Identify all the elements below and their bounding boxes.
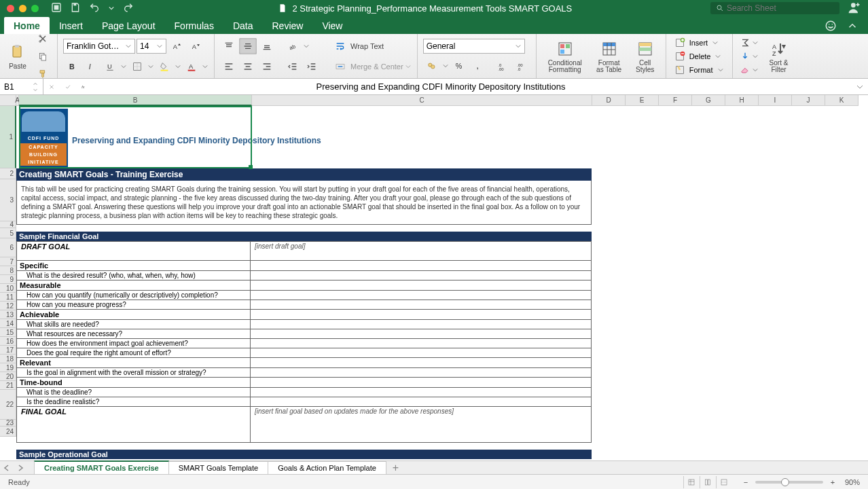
accounting-dropdown[interactable] <box>442 63 449 69</box>
underline-dropdown[interactable] <box>120 64 127 69</box>
insert-cells-button[interactable]: Insert <box>672 36 727 50</box>
comma-format-icon[interactable]: , <box>469 58 487 74</box>
increase-decimal-icon[interactable]: .0.00 <box>494 58 511 74</box>
delete-cells-button[interactable]: Delete <box>672 50 727 63</box>
sheet-tab-3[interactable]: Goals & Action Plan Template <box>268 461 386 474</box>
cancel-formula-icon[interactable] <box>43 79 60 94</box>
conditional-formatting-button[interactable]: Conditional Formatting <box>542 38 588 75</box>
align-bottom-icon[interactable] <box>258 38 276 54</box>
tab-view[interactable]: View <box>312 17 352 34</box>
add-sheet-button[interactable]: + <box>386 462 405 474</box>
row-header-14[interactable]: 14 <box>0 319 16 328</box>
fill-button[interactable] <box>738 50 760 63</box>
fx-icon[interactable]: fx <box>76 79 92 94</box>
align-center-icon[interactable] <box>239 58 257 75</box>
col-header-E[interactable]: E <box>626 95 659 106</box>
align-top-icon[interactable] <box>220 38 238 54</box>
view-page-break-icon[interactable] <box>716 476 732 488</box>
row-header-21[interactable]: 21 <box>0 381 16 390</box>
spreadsheet-grid[interactable]: ABCDEFGHIJK 1234567891011121314151617181… <box>0 95 868 463</box>
col-header-I[interactable]: I <box>759 95 792 106</box>
row-final-goal-value[interactable]: [insert final goal based on updates made… <box>251 407 589 442</box>
font-size-select[interactable] <box>137 39 166 54</box>
zoom-level[interactable]: 90% <box>845 478 860 486</box>
row-draft-goal-value[interactable]: [insert draft goal] <box>251 242 589 260</box>
increase-font-icon[interactable]: A <box>168 38 185 54</box>
maximize-window-button[interactable] <box>31 5 39 12</box>
undo-dropdown[interactable] <box>108 5 115 11</box>
search-input[interactable] <box>727 3 834 13</box>
font-color-button[interactable]: A <box>183 58 200 75</box>
underline-button[interactable]: U <box>101 58 119 75</box>
autosum-button[interactable] <box>738 36 760 50</box>
share-user-icon[interactable] <box>848 1 868 16</box>
sheet-tab-1[interactable]: Creating SMART Goals Exercise <box>34 460 169 474</box>
zoom-slider[interactable] <box>755 481 823 484</box>
col-header-D[interactable]: D <box>592 95 626 106</box>
font-color-dropdown[interactable] <box>202 64 209 69</box>
tab-insert[interactable]: Insert <box>50 17 92 34</box>
clear-button[interactable] <box>738 63 760 77</box>
copy-icon[interactable] <box>34 48 52 65</box>
tab-review[interactable]: Review <box>262 17 312 34</box>
col-header-G[interactable]: G <box>692 95 725 106</box>
zoom-out-button[interactable]: − <box>740 478 751 486</box>
font-name-select[interactable] <box>63 39 135 54</box>
number-format-select[interactable]: General <box>423 39 525 54</box>
row-header-12[interactable]: 12 <box>0 302 16 310</box>
row-header-18[interactable]: 18 <box>0 355 16 363</box>
sheet-tab-2[interactable]: SMART Goals Template <box>168 461 268 474</box>
align-left-icon[interactable] <box>220 58 238 75</box>
row-header-24[interactable]: 24 <box>0 427 16 437</box>
row-header-4[interactable]: 4 <box>0 221 16 228</box>
row-header-10[interactable]: 10 <box>0 284 16 293</box>
row-header-15[interactable]: 15 <box>0 328 16 337</box>
tab-scroll-right[interactable] <box>14 461 27 475</box>
row-header-13[interactable]: 13 <box>0 310 16 319</box>
merge-center-button[interactable]: Merge & Center <box>331 58 412 75</box>
format-as-table-button[interactable]: Format as Table <box>592 38 626 75</box>
row-header-6[interactable]: 6 <box>0 238 16 257</box>
col-header-C[interactable]: C <box>252 95 592 106</box>
italic-button[interactable]: I <box>82 58 100 75</box>
row-header-8[interactable]: 8 <box>0 266 16 275</box>
feedback-icon[interactable] <box>825 20 837 34</box>
search-sheet-field[interactable] <box>710 2 839 14</box>
col-header-B[interactable]: B <box>19 95 252 106</box>
decrease-indent-icon[interactable] <box>284 58 302 75</box>
view-normal-icon[interactable] <box>683 476 700 488</box>
border-button[interactable] <box>128 58 146 75</box>
col-header-K[interactable]: K <box>825 95 858 106</box>
row-header-19[interactable]: 19 <box>0 363 16 372</box>
wrap-text-button[interactable]: Wrap Text <box>331 38 412 54</box>
tab-data[interactable]: Data <box>223 17 263 34</box>
paste-button[interactable]: Paste <box>5 41 30 71</box>
decrease-font-icon[interactable]: A <box>187 38 204 54</box>
cell-styles-button[interactable]: Cell Styles <box>630 38 660 75</box>
col-header-H[interactable]: H <box>725 95 759 106</box>
row-header-9[interactable]: 9 <box>0 275 16 284</box>
format-cells-button[interactable]: Format <box>672 63 727 77</box>
row-header-17[interactable]: 17 <box>0 346 16 355</box>
redo-icon[interactable] <box>123 2 134 15</box>
fill-color-button[interactable] <box>156 58 173 75</box>
select-all-cells[interactable] <box>0 95 16 106</box>
row-header-20[interactable]: 20 <box>0 372 16 381</box>
name-box[interactable]: B1 <box>0 79 43 94</box>
decrease-decimal-icon[interactable]: .00.0 <box>513 58 530 74</box>
row-header-5[interactable]: 5 <box>0 228 16 238</box>
tab-formulas[interactable]: Formulas <box>165 17 223 34</box>
border-dropdown[interactable] <box>147 64 154 69</box>
row-header-1[interactable]: 1 <box>0 106 16 168</box>
collapse-ribbon-icon[interactable] <box>846 20 858 34</box>
cut-icon[interactable] <box>34 31 52 47</box>
row-header-16[interactable]: 16 <box>0 337 16 346</box>
accounting-format-icon[interactable] <box>423 58 441 74</box>
close-window-button[interactable] <box>7 5 14 12</box>
expand-formula-icon[interactable] <box>852 79 868 94</box>
row-header-7[interactable]: 7 <box>0 257 16 266</box>
row-header-3[interactable]: 3 <box>0 179 16 221</box>
save-icon[interactable] <box>70 2 81 15</box>
col-header-J[interactable]: J <box>792 95 825 106</box>
orientation-dropdown[interactable] <box>303 43 310 49</box>
